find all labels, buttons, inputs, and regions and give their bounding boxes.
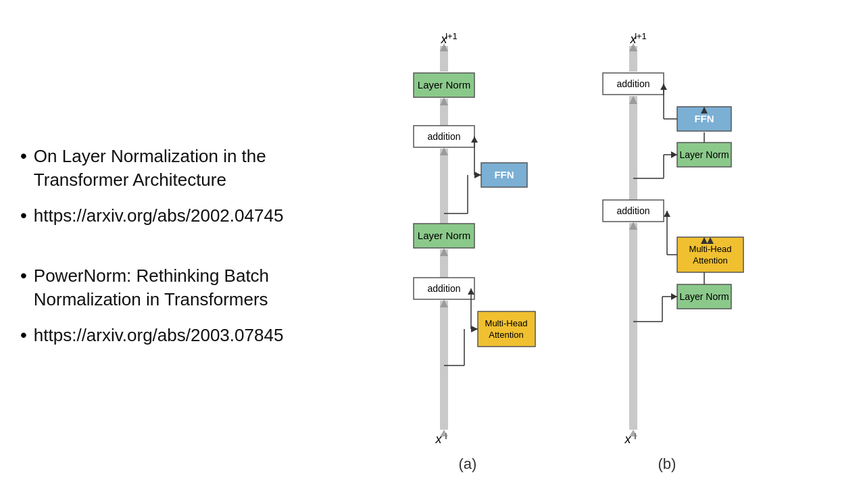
svg-marker-19	[474, 172, 481, 178]
svg-text:addition: addition	[616, 205, 649, 216]
svg-text:addition: addition	[427, 283, 460, 294]
bullet-2: • https://arxiv.org/abs/2002.04745	[20, 204, 291, 228]
svg-text:Layer Norm: Layer Norm	[418, 230, 470, 241]
text-panel: • On Layer Normalization in the Transfor…	[20, 145, 304, 360]
bullet-text-3: PowerNorm: Rethinking Batch Normalizatio…	[34, 264, 291, 311]
spacer-1	[20, 240, 291, 264]
diagram-b: x l+1 addition FFN	[583, 31, 752, 473]
bullet-4: • https://arxiv.org/abs/2003.07845	[20, 324, 291, 347]
svg-text:addition: addition	[427, 131, 460, 142]
svg-text:l+1: l+1	[445, 31, 458, 41]
diagram-a-label: (a)	[459, 455, 477, 473]
diagram-a-svg: x l+1 Layer Norm addition FFN	[393, 31, 542, 450]
svg-text:Layer Norm: Layer Norm	[418, 79, 470, 91]
main-container: • On Layer Normalization in the Transfor…	[0, 0, 861, 504]
bullet-text-1: On Layer Normalization in the Transforme…	[34, 145, 291, 192]
svg-text:Attention: Attention	[489, 330, 523, 340]
svg-marker-79	[671, 293, 677, 300]
bullet-dot-2: •	[20, 204, 27, 227]
svg-text:l+1: l+1	[635, 31, 647, 41]
svg-text:addition: addition	[616, 78, 649, 89]
svg-text:Layer Norm: Layer Norm	[679, 291, 729, 302]
svg-text:FFN: FFN	[694, 113, 714, 124]
diagram-a: x l+1 Layer Norm addition FFN	[393, 31, 542, 473]
svg-marker-59	[671, 151, 677, 158]
svg-text:Multi-Head: Multi-Head	[689, 244, 732, 254]
bullet-3: • PowerNorm: Rethinking Batch Normalizat…	[20, 264, 291, 311]
svg-text:FFN: FFN	[494, 169, 514, 180]
bullet-dot-3: •	[20, 264, 27, 287]
svg-rect-26	[478, 311, 535, 347]
svg-text:Layer Norm: Layer Norm	[679, 149, 729, 160]
bullet-dot-4: •	[20, 324, 27, 347]
diagrams-panel: x l+1 Layer Norm addition FFN	[304, 31, 841, 473]
svg-marker-36	[471, 326, 478, 332]
diagram-b-svg: x l+1 addition FFN	[583, 31, 752, 450]
bullet-text-4: https://arxiv.org/abs/2003.07845	[34, 324, 284, 347]
svg-text:Attention: Attention	[693, 255, 727, 266]
diagram-b-label: (b)	[658, 455, 676, 473]
bullet-text-2: https://arxiv.org/abs/2002.04745	[34, 204, 284, 228]
svg-text:Multi-Head: Multi-Head	[485, 318, 528, 328]
bullet-dot-1: •	[20, 145, 27, 168]
bullet-1: • On Layer Normalization in the Transfor…	[20, 145, 291, 192]
svg-marker-68	[664, 211, 670, 217]
